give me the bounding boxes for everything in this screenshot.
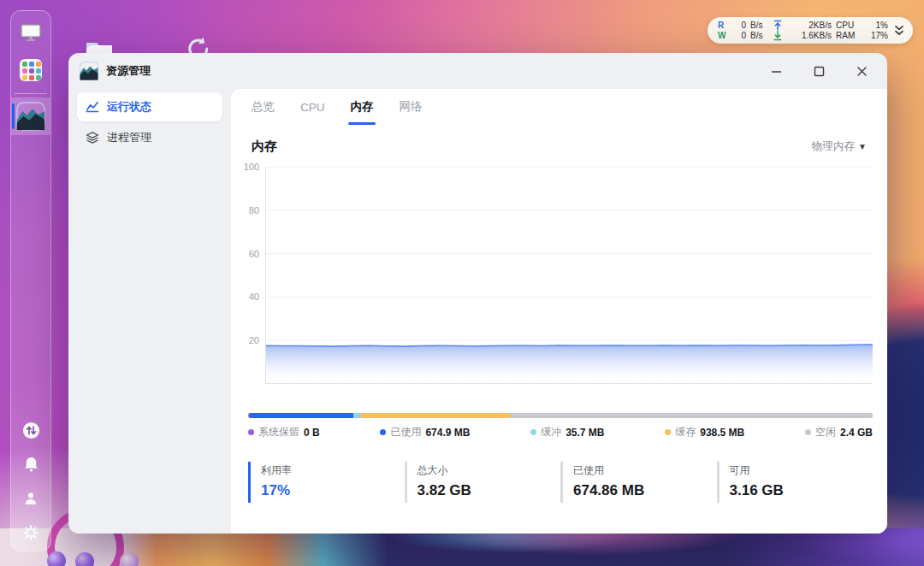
- settings-gear-icon[interactable]: [11, 520, 50, 545]
- download-arrow-icon: [773, 30, 782, 41]
- stat-utilization: 利用率 17%: [248, 462, 405, 503]
- write-unit: B/s: [750, 31, 769, 40]
- stat-label: 总大小: [418, 463, 561, 478]
- legend-value: 674.9 MB: [425, 427, 470, 439]
- read-unit: B/s: [750, 21, 769, 30]
- stat-label: 已使用: [573, 463, 717, 478]
- resource-manager-window: 资源管理 运行状态: [68, 53, 887, 534]
- usage-bar-segment-buffer: [353, 413, 359, 418]
- y-axis-tick: 20: [249, 334, 259, 346]
- y-axis-tick: 100: [244, 161, 259, 173]
- tab-network[interactable]: 网络: [400, 89, 423, 125]
- legend-dot: [248, 429, 254, 435]
- window-body: 运行状态 进程管理 总览 CPU 内存 网络 内存: [68, 89, 887, 534]
- wallpaper-sphere: [47, 551, 66, 566]
- wallpaper-sphere: [120, 552, 139, 566]
- dock-bottom-group: [11, 409, 50, 551]
- section-header: 内存 物理内存 ▼: [231, 125, 887, 155]
- legend-label: 系统保留: [258, 425, 299, 439]
- ram-value: 17%: [866, 31, 888, 40]
- stat-available: 可用 3.16 GB: [717, 462, 874, 503]
- sidebar-item-running-status[interactable]: 运行状态: [77, 92, 222, 121]
- dock: [10, 10, 51, 551]
- memory-legend: 系统保留 0 B 已使用 674.9 MB 缓冲 35.7 MB: [248, 425, 873, 439]
- chart-plot-area: [265, 167, 873, 384]
- legend-value: 0 B: [304, 427, 320, 439]
- write-lane-label: W: [718, 31, 726, 40]
- dock-separator: [15, 93, 47, 94]
- write-value: 0: [731, 31, 746, 40]
- stat-used: 已使用 674.86 MB: [560, 462, 717, 503]
- stat-value: 3.16 GB: [730, 482, 874, 499]
- cpu-label: CPU: [836, 21, 862, 30]
- section-title: 内存: [252, 139, 277, 155]
- stat-label: 利用率: [261, 463, 405, 478]
- content-panel: 总览 CPU 内存 网络 内存 物理内存 ▼ 20406080100: [231, 89, 887, 534]
- chevron-double-down-icon[interactable]: [893, 24, 905, 38]
- legend-value: 2.4 GB: [840, 427, 873, 439]
- network-traffic-icon[interactable]: [11, 417, 50, 443]
- chevron-down-icon: ▼: [858, 142, 867, 151]
- sidebar-item-process-management[interactable]: 进程管理: [77, 123, 222, 152]
- system-tray-widget[interactable]: R 0 B/s 2KB/s CPU 1% W 0 B/s 1.6KB/s RAM…: [708, 17, 913, 44]
- wallpaper-bottom-band: [0, 528, 924, 566]
- dropdown-value: 物理内存: [812, 139, 855, 154]
- usage-bar-segment-cache: [360, 413, 510, 418]
- stat-value: 674.86 MB: [573, 482, 717, 499]
- maximize-button[interactable]: [808, 61, 829, 81]
- stat-total-size: 总大小 3.82 GB: [405, 462, 561, 503]
- app-launcher-grid-icon[interactable]: [11, 54, 50, 86]
- stat-label: 可用: [730, 463, 874, 478]
- legend-item-buffer: 缓冲 35.7 MB: [530, 425, 604, 439]
- titlebar[interactable]: 资源管理: [68, 53, 887, 89]
- layers-icon: [86, 131, 99, 144]
- sidebar-item-label: 进程管理: [107, 130, 151, 145]
- window-title: 资源管理: [106, 63, 151, 79]
- stat-value: 17%: [261, 482, 405, 499]
- sidebar-item-label: 运行状态: [107, 99, 151, 115]
- tab-memory[interactable]: 内存: [351, 89, 374, 125]
- notification-bell-icon[interactable]: [11, 451, 50, 477]
- legend-value: 938.5 MB: [700, 427, 744, 439]
- legend-label: 缓冲: [541, 425, 561, 439]
- close-button[interactable]: [851, 61, 872, 81]
- legend-dot: [805, 429, 811, 435]
- tab-cpu[interactable]: CPU: [300, 89, 325, 125]
- y-axis-tick: 60: [249, 248, 259, 260]
- legend-dot: [665, 429, 671, 435]
- memory-usage-bar: [248, 413, 873, 418]
- memory-stats: 利用率 17% 总大小 3.82 GB 已使用 674.86 MB 可用 3.1…: [248, 462, 873, 503]
- y-axis-tick: 80: [249, 204, 259, 216]
- legend-label: 空闲: [815, 425, 836, 439]
- monitor-icon[interactable]: [11, 16, 50, 49]
- app-icon: [80, 62, 98, 80]
- legend-dot: [380, 429, 386, 435]
- memory-usage-chart: 20406080100: [265, 167, 873, 384]
- tab-bar: 总览 CPU 内存 网络: [231, 89, 887, 125]
- legend-item-used: 已使用 674.9 MB: [380, 425, 470, 439]
- y-axis-tick: 40: [249, 291, 259, 303]
- upload-rate: 2KB/s: [789, 21, 832, 30]
- memory-type-dropdown[interactable]: 物理内存 ▼: [812, 139, 867, 154]
- legend-dot: [530, 429, 536, 435]
- line-chart-icon: [86, 100, 99, 114]
- read-lane-label: R: [718, 21, 726, 30]
- legend-item-free: 空闲 2.4 GB: [805, 425, 873, 439]
- sidebar: 运行状态 进程管理: [68, 89, 231, 534]
- legend-value: 35.7 MB: [566, 427, 604, 439]
- tray-stats: R 0 B/s 2KB/s CPU 1% W 0 B/s 1.6KB/s RAM…: [718, 21, 888, 41]
- usage-bar-segment-free: [510, 413, 873, 418]
- cpu-value: 1%: [866, 21, 888, 30]
- tab-overview[interactable]: 总览: [252, 89, 275, 125]
- window-controls: [766, 61, 872, 81]
- active-app-indicator: [12, 103, 15, 129]
- legend-item-cache: 缓存 938.5 MB: [665, 425, 744, 439]
- desktop: R 0 B/s 2KB/s CPU 1% W 0 B/s 1.6KB/s RAM…: [0, 0, 924, 566]
- ram-label: RAM: [836, 31, 862, 40]
- download-rate: 1.6KB/s: [789, 31, 832, 40]
- stat-value: 3.82 GB: [418, 482, 561, 499]
- resource-manager-app-icon[interactable]: [11, 97, 50, 135]
- minimize-button[interactable]: [766, 61, 786, 81]
- user-icon[interactable]: [11, 486, 50, 511]
- legend-item-reserved: 系统保留 0 B: [248, 425, 320, 439]
